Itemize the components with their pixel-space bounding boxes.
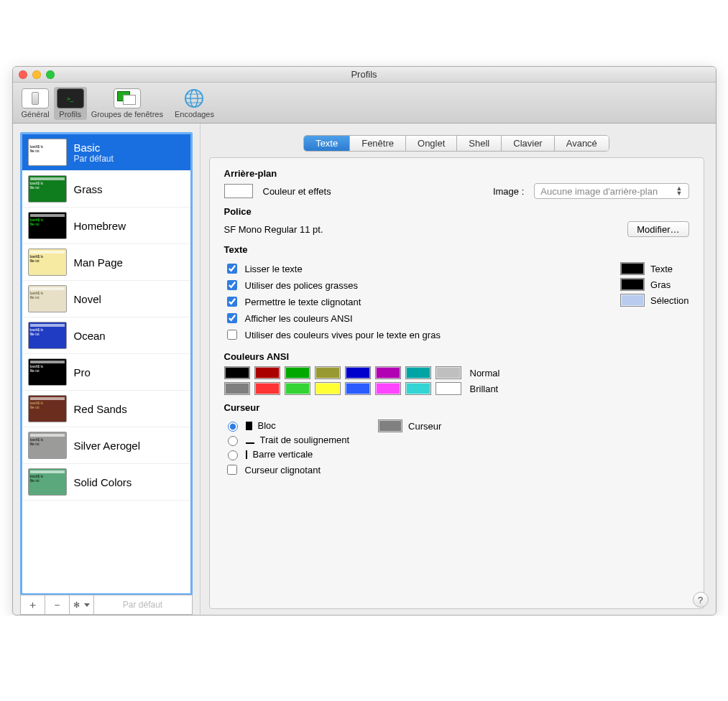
profile-list[interactable]: bash$ lsfile txtBasicPar défautbash$ lsf… — [20, 132, 193, 595]
toolbar-encodings[interactable]: Encodages — [172, 87, 217, 120]
help-button[interactable]: ? — [693, 592, 709, 608]
ansi-color-well[interactable] — [315, 366, 341, 379]
tab-clavier[interactable]: Clavier — [502, 136, 554, 151]
ansi-color-well[interactable] — [254, 382, 280, 395]
close-button[interactable] — [19, 70, 27, 79]
body: bash$ lsfile txtBasicPar défautbash$ lsf… — [13, 124, 716, 615]
ansi-row-label: Brillant — [470, 384, 499, 394]
zoom-button[interactable] — [46, 70, 55, 79]
preferences-window: Profils Général >_ Profils Groupes de fe… — [12, 66, 717, 616]
tab-texte[interactable]: Texte — [304, 136, 350, 151]
ansi-color-well[interactable] — [436, 382, 461, 395]
profile-item-pro[interactable]: bash$ lsfile txtPro — [22, 354, 190, 391]
profile-label: Man Page — [74, 256, 123, 269]
profile-label: Red Sands — [74, 403, 127, 415]
settings-tabs: TexteFenêtreOngletShellClavierAvancé — [303, 135, 609, 152]
tab-fenêtre[interactable]: Fenêtre — [350, 136, 406, 151]
profile-item-man-page[interactable]: bash$ lsfile txtMan Page — [22, 244, 190, 281]
font-value: SF Mono Regular 11 pt. — [224, 224, 622, 235]
profile-item-red-sands[interactable]: bash$ lsfile txtRed Sands — [22, 391, 190, 427]
preferences-toolbar: Général >_ Profils Groupes de fenêtres E… — [13, 83, 716, 124]
ansi-color-well[interactable] — [375, 366, 401, 379]
ansi-bright-row: Brillant — [224, 382, 689, 395]
text-settings-pane: Arrière-plan Couleur et effets Image : A… — [209, 157, 704, 609]
selection-color-well[interactable] — [620, 294, 645, 307]
tab-avancé[interactable]: Avancé — [555, 136, 609, 151]
profile-item-grass[interactable]: bash$ lsfile txtGrass — [22, 171, 190, 208]
profile-label: Homebrew — [74, 220, 126, 232]
ansi-color-well[interactable] — [285, 366, 310, 379]
section-text: Texte — [224, 244, 689, 255]
toolbar-profiles[interactable]: >_ Profils — [54, 87, 87, 120]
add-profile-button[interactable]: ＋ — [21, 595, 45, 614]
bold-fonts-checkbox[interactable]: Utiliser des polices grasses — [224, 278, 592, 292]
section-background: Arrière-plan — [224, 168, 689, 179]
ansi-normal-row: Normal — [224, 366, 689, 379]
background-image-popup[interactable]: Aucune image d'arrière-plan ▲▼ — [534, 183, 688, 199]
profile-actions-menu[interactable]: ✻ — [70, 595, 94, 614]
section-font: Police — [224, 206, 689, 217]
ansi-color-well[interactable] — [224, 366, 250, 379]
ansi-color-well[interactable] — [285, 382, 310, 395]
set-default-button[interactable]: Par défaut — [94, 595, 192, 614]
section-ansi: Couleurs ANSI — [224, 351, 689, 362]
text-color-well[interactable] — [620, 262, 645, 275]
encodings-icon — [180, 88, 208, 108]
profile-item-basic[interactable]: bash$ lsfile txtBasicPar défaut — [22, 134, 190, 171]
main-panel: TexteFenêtreOngletShellClavierAvancé Arr… — [200, 124, 716, 615]
toolbar-window-groups[interactable]: Groupes de fenêtres — [88, 87, 166, 120]
ansi-color-well[interactable] — [345, 382, 371, 395]
window-controls — [19, 70, 55, 79]
toolbar-label: Général — [22, 110, 50, 119]
toolbar-general[interactable]: Général — [19, 87, 52, 120]
ansi-color-well[interactable] — [405, 382, 431, 395]
change-font-button[interactable]: Modifier… — [627, 221, 688, 237]
profile-item-ocean[interactable]: bash$ lsfile txtOcean — [22, 317, 190, 354]
profile-thumbnail: bash$ lsfile txt — [28, 175, 67, 203]
cursor-block-radio[interactable]: Bloc — [224, 419, 350, 432]
profile-item-silver-aerogel[interactable]: bash$ lsfile txtSilver Aerogel — [22, 427, 190, 464]
cursor-blink-checkbox[interactable]: Curseur clignotant — [224, 463, 350, 477]
profile-item-solid-colors[interactable]: bash$ lsfile txtSolid Colors — [22, 464, 190, 501]
profile-thumbnail: bash$ lsfile txt — [28, 395, 67, 422]
bold-color-well[interactable] — [620, 278, 645, 291]
profile-thumbnail: bash$ lsfile txt — [28, 322, 67, 349]
ansi-color-well[interactable] — [405, 366, 431, 379]
toolbar-label: Encodages — [175, 110, 214, 119]
ansi-colors-checkbox[interactable]: Afficher les couleurs ANSI — [224, 311, 592, 325]
ansi-color-well[interactable] — [436, 366, 461, 379]
sidebar-footer: ＋ － ✻ Par défaut — [20, 595, 193, 615]
ansi-color-well[interactable] — [254, 366, 280, 379]
window-title: Profils — [13, 69, 716, 80]
smooth-text-checkbox[interactable]: Lisser le texte — [224, 261, 592, 276]
remove-profile-button[interactable]: － — [45, 595, 70, 614]
profile-item-novel[interactable]: bash$ lsfile txtNovel — [22, 281, 190, 317]
profile-label: Solid Colors — [74, 476, 132, 488]
profile-label: Grass — [74, 183, 103, 195]
popup-arrows-icon: ▲▼ — [676, 186, 683, 196]
image-label: Image : — [493, 186, 524, 197]
profile-item-homebrew[interactable]: bash$ lsfile txtHomebrew — [22, 208, 190, 244]
ansi-row-label: Normal — [470, 368, 500, 379]
tab-onglet[interactable]: Onglet — [406, 136, 457, 151]
ansi-color-well[interactable] — [375, 382, 401, 395]
bright-bold-checkbox[interactable]: Utiliser des couleurs vives pour le text… — [224, 328, 592, 342]
tab-shell[interactable]: Shell — [457, 136, 502, 151]
background-color-well[interactable] — [224, 184, 253, 198]
ansi-color-well[interactable] — [345, 366, 371, 379]
cursor-color-well[interactable] — [378, 419, 402, 432]
profile-thumbnail: bash$ lsfile txt — [28, 358, 67, 386]
sidebar: bash$ lsfile txtBasicPar défautbash$ lsf… — [13, 124, 200, 615]
minimize-button[interactable] — [32, 70, 41, 79]
toolbar-label: Groupes de fenêtres — [91, 110, 163, 119]
profile-label: Silver Aerogel — [74, 440, 141, 452]
profile-thumbnail: bash$ lsfile txt — [28, 285, 67, 312]
ansi-color-well[interactable] — [224, 382, 250, 395]
profile-thumbnail: bash$ lsfile txt — [28, 468, 67, 496]
cursor-vbar-radio[interactable]: Barre verticale — [224, 448, 350, 460]
blink-text-checkbox[interactable]: Permettre le texte clignotant — [224, 294, 592, 309]
profile-thumbnail: bash$ lsfile txt — [28, 249, 67, 276]
ansi-color-well[interactable] — [315, 382, 341, 395]
section-cursor: Curseur — [224, 402, 689, 413]
cursor-underline-radio[interactable]: Trait de soulignement — [224, 434, 350, 446]
